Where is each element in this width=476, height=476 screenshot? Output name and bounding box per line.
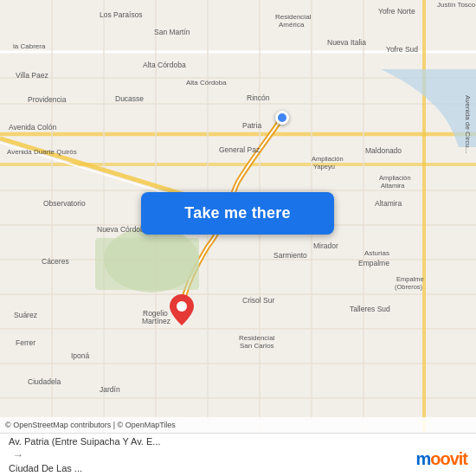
logo-m: m [415,449,430,468]
svg-text:Avenida Colón: Avenida Colón [9,123,56,132]
logo-oovit: oovit [430,449,467,468]
svg-text:Altamira: Altamira [381,182,405,190]
svg-text:Crisol Sur: Crisol Sur [242,296,274,305]
svg-text:Avenida de Circu...: Avenida de Circu... [464,95,472,153]
attribution-bar: © OpenStreetMap contributors | © OpenMap… [0,417,476,433]
svg-text:Empalme: Empalme [358,259,389,267]
moovit-logo: moovit [415,449,467,469]
svg-text:Nueva Italia: Nueva Italia [327,38,366,47]
svg-text:Ferrer: Ferrer [16,338,35,347]
svg-text:Cáceres: Cáceres [42,257,69,266]
svg-text:Suárez: Suárez [14,311,37,319]
svg-text:Ducasse: Ducasse [115,94,144,103]
logo-text: moovit [415,449,467,469]
svg-text:Los Paraísos: Los Paraísos [100,10,143,19]
svg-text:Yofre Sud: Yofre Sud [386,45,418,54]
map-container: Los Paraísos San Martín Residencial Amér… [0,0,476,433]
svg-text:Ciudadela: Ciudadela [28,377,61,386]
svg-text:Rincón: Rincón [247,93,270,102]
svg-text:Martínez: Martínez [142,317,170,325]
svg-text:San Carlos: San Carlos [240,342,274,350]
svg-text:Jardín: Jardín [100,385,120,394]
svg-text:Patria: Patria [242,121,261,130]
svg-text:Empalme: Empalme [396,275,424,283]
svg-text:Mirador: Mirador [313,241,338,250]
svg-text:Talleres Sud: Talleres Sud [350,305,390,313]
svg-text:San Martín: San Martín [154,28,190,36]
svg-text:Iponá: Iponá [71,351,90,360]
svg-text:Alta Córdoba: Alta Córdoba [186,79,227,87]
svg-text:Ampliación: Ampliación [379,174,411,182]
svg-text:Providencia: Providencia [28,95,67,104]
svg-rect-24 [95,238,199,290]
svg-text:Alta Córdoba: Alta Córdoba [143,61,186,69]
destination-marker [170,294,194,325]
svg-text:General Paz: General Paz [219,145,260,154]
attribution-text: © OpenStreetMap contributors | © OpenMap… [5,421,176,429]
svg-text:Villa Paez: Villa Paez [16,71,48,80]
svg-text:Residencial: Residencial [239,334,275,342]
svg-text:(Obreros): (Obreros) [395,283,423,291]
bottom-bar: Av. Patria (Entre Suipacha Y Av. E... → … [0,433,476,476]
from-label: Av. Patria (Entre Suipacha Y Av. E... [9,436,251,447]
svg-text:Residencial: Residencial [275,13,312,21]
svg-text:Ampliación: Ampliación [312,155,344,163]
svg-text:América: América [279,21,305,29]
svg-text:Yofre Norte: Yofre Norte [378,7,415,16]
svg-point-73 [177,301,187,312]
svg-text:la Cabrera: la Cabrera [13,42,46,50]
route-arrow: → [12,448,464,461]
svg-text:Altamira: Altamira [375,199,402,208]
to-label: Ciudad De Las ... [9,463,251,473]
svg-text:Yapeyu: Yapeyu [313,163,335,170]
route-info: Av. Patria (Entre Suipacha Y Av. E... → … [9,436,467,473]
svg-text:Maldonado: Maldonado [365,146,402,155]
svg-text:Avenida Duarte Quirós: Avenida Duarte Quirós [7,148,77,156]
svg-text:Sarmiento: Sarmiento [273,251,307,260]
svg-text:Asturias: Asturias [364,249,389,257]
svg-text:Justín Tosco: Justín Tosco [437,1,476,9]
origin-marker [275,111,289,125]
take-me-there-button[interactable]: Take me there [141,192,334,235]
svg-text:Observatorio: Observatorio [43,199,86,208]
